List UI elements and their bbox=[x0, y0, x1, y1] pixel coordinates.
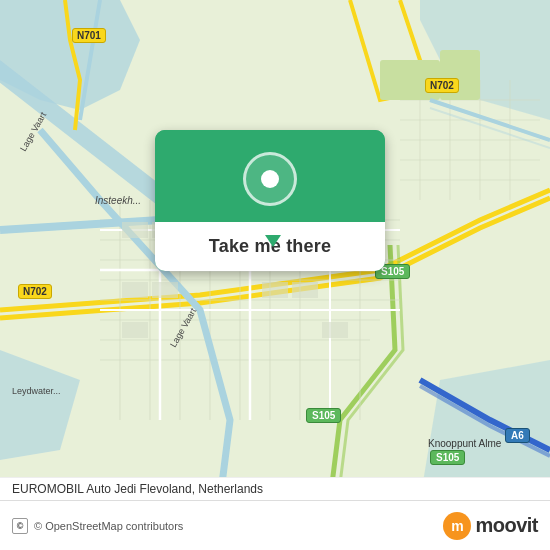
svg-rect-34 bbox=[152, 282, 178, 298]
place-label-knooppunt: Knooppunt Alme bbox=[428, 438, 501, 449]
bottom-bar: © © OpenStreetMap contributors m moovit bbox=[0, 500, 550, 550]
popup-tail bbox=[265, 235, 281, 247]
road-label-n702-top: N702 bbox=[425, 78, 459, 93]
svg-rect-35 bbox=[262, 282, 288, 298]
svg-rect-29 bbox=[122, 222, 148, 238]
svg-rect-38 bbox=[122, 322, 148, 338]
svg-rect-33 bbox=[122, 282, 148, 298]
svg-rect-36 bbox=[292, 282, 318, 298]
attribution-text: © OpenStreetMap contributors bbox=[34, 520, 183, 532]
location-text: EUROMOBIL Auto Jedi Flevoland, Netherlan… bbox=[0, 477, 550, 500]
road-label-n701: N701 bbox=[72, 28, 106, 43]
popup-card: Take me there bbox=[155, 130, 385, 271]
moovit-text: moovit bbox=[475, 514, 538, 537]
moovit-logo: m moovit bbox=[443, 512, 538, 540]
popup-icon-area bbox=[155, 130, 385, 222]
road-label-n702-left: N702 bbox=[18, 284, 52, 299]
place-label-insteekh: Insteekh... bbox=[95, 195, 141, 206]
location-pin-ring bbox=[243, 152, 297, 206]
road-label-s105-bottom1: S105 bbox=[306, 408, 341, 423]
location-pin-dot bbox=[261, 170, 279, 188]
attribution-area: © © OpenStreetMap contributors bbox=[12, 518, 183, 534]
road-label-s105-bottom2: S105 bbox=[430, 450, 465, 465]
moovit-icon: m bbox=[443, 512, 471, 540]
map-container: N701 N702 N702 S105 S105 S105 A6 Insteek… bbox=[0, 0, 550, 500]
svg-rect-37 bbox=[322, 322, 348, 338]
road-label-a6: A6 bbox=[505, 428, 530, 443]
place-label-lelywater: Leydwater... bbox=[12, 386, 61, 396]
osm-logo: © bbox=[12, 518, 28, 534]
